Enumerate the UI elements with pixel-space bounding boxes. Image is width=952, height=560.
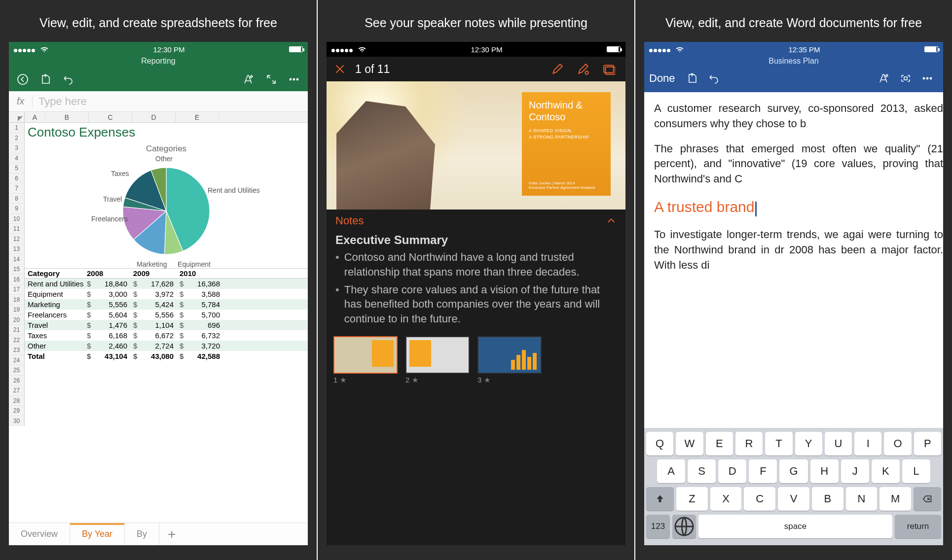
key-v[interactable]: V [778, 487, 809, 511]
key-b[interactable]: B [812, 487, 843, 511]
key-k[interactable]: K [872, 459, 900, 483]
ppt-phone: 12:30 PM 1 of 11 Northwind & Contoso A S… [327, 42, 625, 545]
data-table: Category200820092010Rent and Utilities$1… [25, 268, 308, 361]
chevron-up-icon [606, 215, 617, 226]
return-key[interactable]: return [895, 515, 941, 538]
edit-button[interactable] [548, 59, 567, 79]
status-bar: 12:35 PM [644, 42, 943, 57]
toolbar: Done [644, 68, 943, 92]
svg-point-2 [293, 78, 294, 80]
formula-input[interactable]: Type here [33, 95, 308, 108]
speaker-notes: Executive Summary Contoso and Northwind … [327, 232, 625, 329]
battery-icon [289, 46, 303, 52]
key-l[interactable]: L [902, 459, 930, 483]
paragraph: To investigate longer-term trends, we ag… [654, 227, 943, 273]
key-f[interactable]: F [749, 459, 777, 483]
key-j[interactable]: J [841, 459, 869, 483]
thumb-2[interactable]: 2 ★ [405, 336, 470, 385]
slide-counter: 1 of 11 [355, 63, 390, 76]
signal-icon [649, 45, 671, 54]
key-y[interactable]: Y [795, 432, 822, 455]
column-headers: A B C D E [9, 112, 308, 123]
key-w[interactable]: W [676, 432, 703, 455]
toolbar [9, 68, 308, 91]
keyboard: QWERTYUIOP ASDFGHJKL ZXCVBNM 123 space r… [644, 428, 943, 545]
tab-by-year[interactable]: By Year [70, 523, 125, 545]
backspace-key[interactable] [914, 487, 941, 511]
panel-caption: View, edit, and create Word documents fo… [644, 0, 943, 42]
paragraph: The phrases that emerged most often we q… [654, 141, 943, 187]
svg-point-0 [18, 74, 28, 84]
notes-toggle[interactable]: Notes [327, 210, 625, 232]
key-h[interactable]: H [810, 459, 839, 483]
slide-title: Northwind & Contoso [529, 99, 604, 123]
more-button[interactable] [916, 70, 938, 87]
paragraph: A customer research survey, co-sponsored… [654, 101, 943, 132]
battery-icon [607, 46, 621, 52]
doc-title: Business Plan [644, 57, 943, 68]
reflow-button[interactable] [895, 70, 916, 87]
slide-thumbnails: 1 ★ 2 ★ 3 ★ [327, 329, 625, 391]
shift-key[interactable] [646, 487, 674, 511]
wifi-icon [358, 45, 366, 54]
key-a[interactable]: A [657, 459, 685, 483]
done-button[interactable]: Done [649, 72, 675, 85]
chart-title: Contoso Expenses [25, 123, 308, 140]
wifi-icon [40, 45, 49, 54]
share-button[interactable] [36, 70, 55, 89]
back-button[interactable] [13, 70, 33, 89]
key-z[interactable]: Z [676, 487, 708, 511]
undo-button[interactable] [58, 70, 78, 89]
thumb-1[interactable]: 1 ★ [333, 336, 398, 385]
key-d[interactable]: D [718, 459, 746, 483]
signal-icon [14, 45, 36, 54]
settings-button[interactable] [573, 59, 593, 79]
sheet-tabs: Overview By Year By + [9, 523, 308, 545]
more-button[interactable] [284, 70, 304, 89]
key-i[interactable]: I [854, 432, 881, 455]
key-u[interactable]: U [825, 432, 852, 455]
tab-overview[interactable]: Overview [9, 523, 70, 545]
key-c[interactable]: C [744, 487, 775, 511]
pie-chart: Categories Other Taxes Travel Freelancer… [25, 140, 308, 265]
space-key[interactable]: space [698, 515, 892, 538]
key-m[interactable]: M [879, 487, 911, 511]
svg-point-1 [290, 78, 291, 80]
slideshow-button[interactable] [599, 59, 619, 79]
add-tab-button[interactable]: + [159, 523, 184, 545]
key-e[interactable]: E [706, 432, 733, 455]
key-s[interactable]: S [688, 459, 716, 483]
status-time: 12:30 PM [153, 45, 184, 54]
formula-bar: fx Type here [9, 91, 308, 112]
key-g[interactable]: G [779, 459, 807, 483]
document-body[interactable]: A customer research survey, co-sponsored… [644, 92, 943, 428]
format-button[interactable] [239, 70, 258, 89]
key-t[interactable]: T [765, 432, 792, 455]
slide-preview[interactable]: Northwind & Contoso A SHARED VISION.A ST… [327, 81, 625, 210]
battery-icon [924, 46, 938, 52]
share-button[interactable] [681, 70, 703, 87]
svg-point-8 [926, 77, 928, 79]
globe-key[interactable] [672, 515, 696, 538]
key-p[interactable]: P [914, 432, 941, 455]
undo-button[interactable] [703, 70, 725, 87]
status-bar: 12:30 PM [327, 42, 625, 57]
svg-point-9 [930, 77, 931, 79]
key-q[interactable]: Q [646, 432, 673, 455]
status-bar: 12:30 PM [9, 42, 308, 57]
key-o[interactable]: O [884, 432, 911, 455]
svg-point-3 [296, 78, 298, 80]
spreadsheet[interactable]: A B C D E 123456789101112131415161718192… [9, 112, 308, 523]
excel-phone: 12:30 PM Reporting fx Type here A B C D … [9, 42, 308, 545]
numeric-key[interactable]: 123 [646, 515, 670, 538]
key-r[interactable]: R [735, 432, 763, 455]
text-cursor [755, 202, 757, 216]
format-button[interactable] [873, 70, 895, 87]
tab-by[interactable]: By [125, 523, 159, 545]
expand-button[interactable] [261, 70, 281, 89]
thumb-3[interactable]: 3 ★ [477, 336, 542, 385]
key-n[interactable]: N [846, 487, 878, 511]
key-x[interactable]: X [710, 487, 742, 511]
close-button[interactable] [333, 63, 346, 75]
row-numbers: 1234567891011121314151617181920212223242… [9, 123, 25, 426]
